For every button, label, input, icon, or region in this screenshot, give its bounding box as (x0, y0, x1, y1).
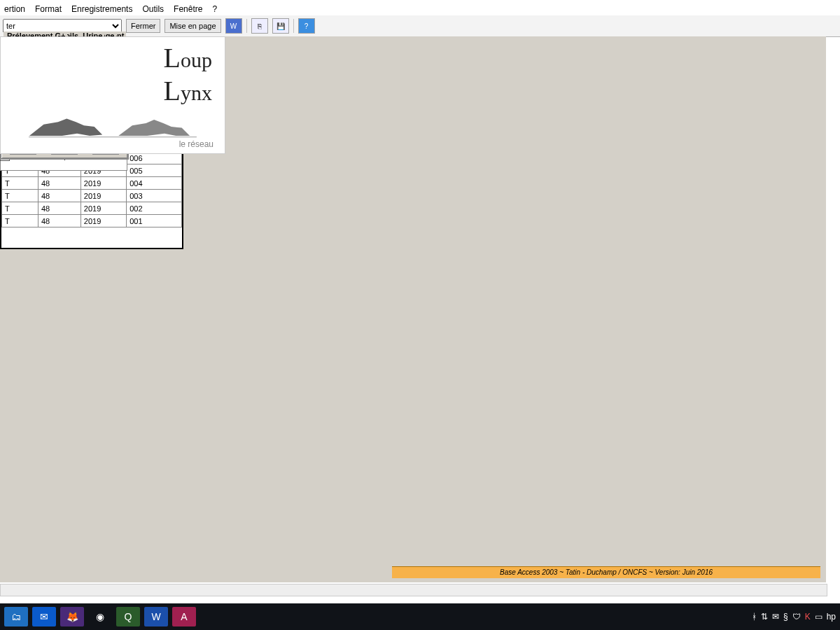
taskbar-chrome-icon[interactable]: ◉ (88, 607, 112, 626)
table-row[interactable]: T482019004 (2, 177, 182, 190)
form-surface: ype Dépt. Année N°Ordre T 48 2019 014 = … (0, 36, 826, 582)
toolbar-sep2 (293, 19, 294, 33)
menu-format[interactable]: Format (35, 4, 62, 14)
system-tray[interactable]: ᚼ ⇅ ✉ § 🛡 K ▭ hp (752, 612, 836, 622)
toolbar-fermer-button[interactable]: Fermer (126, 19, 160, 33)
wolves-silhouette-icon (8, 107, 218, 139)
table-row[interactable]: T482019002 (2, 202, 182, 215)
tray-hp-icon[interactable]: hp (827, 612, 836, 622)
tray-usb-icon[interactable]: ⇅ (761, 612, 768, 622)
tray-screen-icon[interactable]: ▭ (815, 612, 822, 622)
toolbar-select[interactable]: ter (3, 19, 122, 33)
windows-taskbar: 🗂 ✉ 🦊 ◉ Q W A ᚼ ⇅ ✉ § 🛡 K ▭ hp (0, 603, 840, 630)
tray-bluetooth-icon[interactable]: ᚼ (752, 612, 757, 622)
horizontal-scrollbar[interactable] (0, 584, 827, 596)
tray-sync-icon[interactable]: § (783, 612, 788, 622)
table-row[interactable]: T482019001 (2, 215, 182, 227)
save-icon[interactable]: 💾 (272, 18, 289, 34)
tray-shield-icon[interactable]: 🛡 (792, 612, 801, 622)
menu-help[interactable]: ? (212, 4, 217, 14)
taskbar-qgis-icon[interactable]: Q (116, 607, 140, 626)
logo-subtitle: le réseau (179, 139, 214, 149)
menu-insertion[interactable]: ertion (4, 4, 25, 14)
tray-antivirus-icon[interactable]: K (805, 612, 811, 622)
credit-bar: Base Access 2003 ~ Tatin - Duchamp / ONC… (392, 566, 820, 578)
help-icon[interactable]: ? (298, 18, 315, 34)
word-icon[interactable]: W (225, 18, 242, 34)
loup-lynx-logo: LoupLynx le réseau (0, 36, 225, 154)
taskbar-outlook-icon[interactable]: ✉ (32, 607, 56, 626)
menu-outils[interactable]: Outils (142, 4, 164, 14)
taskbar-word-icon[interactable]: W (144, 607, 168, 626)
copy-icon[interactable]: ⎘ (251, 18, 268, 34)
menu-fenetre[interactable]: Fenêtre (174, 4, 202, 14)
toolbar-mise-en-page-button[interactable]: Mise en page (164, 19, 220, 33)
taskbar-explorer-icon[interactable]: 🗂 (4, 607, 28, 626)
tray-outlook-icon[interactable]: ✉ (772, 612, 779, 622)
taskbar-firefox-icon[interactable]: 🦊 (60, 607, 84, 626)
taskbar-access-icon[interactable]: A (172, 607, 196, 626)
toolbar-sep (246, 19, 247, 33)
menu-enregistrements[interactable]: Enregistrements (71, 4, 132, 14)
table-row[interactable]: T482019003 (2, 190, 182, 202)
